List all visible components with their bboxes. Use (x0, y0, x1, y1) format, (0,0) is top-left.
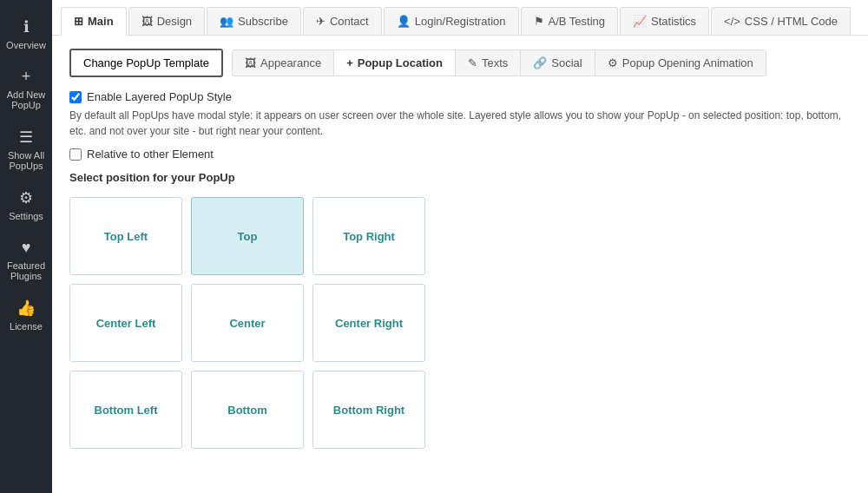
enable-layered-row: Enable Layered PopUp Style (69, 90, 851, 103)
sidebar-item-label: Overview (6, 40, 46, 50)
position-center[interactable]: Center (191, 284, 304, 362)
change-template-button[interactable]: Change PopUp Template (69, 49, 223, 77)
sub-tab-label: Texts (482, 56, 508, 69)
position-label: Center Right (335, 317, 403, 330)
code-icon: </> (724, 15, 740, 28)
main-area: ⊞ Main 🖼 Design 👥 Subscribe ✈ Contact 👤 … (52, 0, 868, 493)
tab-statistics[interactable]: 📈 Statistics (620, 7, 709, 35)
flag-icon: ⚑ (534, 15, 544, 28)
position-bottom[interactable]: Bottom (191, 371, 304, 449)
top-tabs: ⊞ Main 🖼 Design 👥 Subscribe ✈ Contact 👤 … (52, 0, 868, 36)
plus-icon: + (22, 68, 31, 86)
position-label: Bottom Right (333, 404, 404, 417)
position-label: Center (229, 317, 265, 330)
heart-icon: ♥ (22, 239, 31, 257)
tab-label: Main (88, 15, 114, 28)
relative-label: Relative to other Element (87, 148, 214, 161)
position-center-right[interactable]: Center Right (312, 284, 425, 362)
position-label: Center Left (96, 317, 156, 330)
sidebar-item-label: Show All PopUps (4, 150, 48, 171)
sub-tab-popup-opening-animation[interactable]: ⚙ Popup Opening Animation (595, 50, 766, 76)
grid-icon: ⊞ (74, 15, 83, 28)
sub-tab-popup-location[interactable]: + Popup Location (334, 50, 456, 76)
position-top-right[interactable]: Top Right (312, 197, 425, 275)
sidebar-item-settings[interactable]: ⚙ Settings (0, 180, 52, 230)
tab-login-registration[interactable]: 👤 Login/Registration (384, 7, 519, 35)
thumbsup-icon: 👍 (16, 299, 36, 318)
send-icon: ✈ (316, 15, 326, 28)
enable-layered-label: Enable Layered PopUp Style (87, 90, 232, 103)
position-label: Top (238, 230, 258, 243)
position-label: Bottom Left (95, 404, 158, 417)
tab-contact[interactable]: ✈ Contact (303, 7, 382, 35)
content-area: Change PopUp Template 🖼 Appearance + Pop… (52, 36, 868, 493)
position-bottom-left[interactable]: Bottom Left (69, 371, 182, 449)
tab-label: CSS / HTML Code (745, 15, 838, 28)
social-icon: 🔗 (533, 56, 547, 69)
relative-row: Relative to other Element (69, 148, 851, 161)
list-icon: ☰ (19, 128, 33, 147)
sub-tab-label: Social (551, 56, 582, 69)
sub-tab-texts[interactable]: ✎ Texts (456, 50, 521, 76)
tab-css-html-code[interactable]: </> CSS / HTML Code (711, 7, 851, 35)
enable-layered-area: Enable Layered PopUp Style By default al… (69, 90, 851, 139)
animation-icon: ⚙ (608, 56, 618, 69)
tab-label: Contact (330, 15, 369, 28)
info-icon: ℹ (23, 17, 30, 36)
users-icon: 👥 (220, 15, 233, 28)
select-position-title: Select position for your PopUp (69, 171, 851, 184)
image-icon: 🖼 (141, 15, 153, 28)
sidebar-item-label: Featured Plugins (4, 260, 48, 281)
sidebar: ℹ Overview + Add New PopUp ☰ Show All Po… (0, 0, 52, 493)
layered-description: By default all PopUps have modal style: … (69, 108, 851, 139)
gear-icon: ⚙ (19, 188, 33, 207)
sub-tabs: 🖼 Appearance + Popup Location ✎ Texts 🔗 … (232, 49, 766, 76)
tab-design[interactable]: 🖼 Design (128, 7, 205, 35)
sub-tab-label: Appearance (260, 56, 321, 69)
sidebar-item-featured-plugins[interactable]: ♥ Featured Plugins (0, 230, 52, 290)
sub-tab-label: Popup Location (358, 56, 443, 69)
position-label: Top Right (343, 230, 395, 243)
tab-label: Statistics (651, 15, 696, 28)
sub-tab-social[interactable]: 🔗 Social (521, 50, 595, 76)
sidebar-item-overview[interactable]: ℹ Overview (0, 9, 52, 59)
text-icon: ✎ (468, 56, 477, 69)
sub-tab-appearance[interactable]: 🖼 Appearance (233, 50, 334, 76)
position-bottom-right[interactable]: Bottom Right (312, 371, 425, 449)
user-icon: 👤 (397, 15, 411, 28)
sidebar-item-show-all-popups[interactable]: ☰ Show All PopUps (0, 119, 52, 180)
sidebar-item-label: Settings (9, 211, 43, 221)
position-top-left[interactable]: Top Left (69, 197, 182, 275)
tab-main[interactable]: ⊞ Main (61, 7, 127, 36)
location-icon: + (346, 56, 353, 69)
tab-label: Login/Registration (415, 15, 506, 28)
relative-checkbox[interactable] (69, 148, 82, 161)
chart-icon: 📈 (633, 15, 647, 28)
sidebar-item-label: Add New PopUp (4, 89, 48, 110)
sidebar-item-label: License (10, 321, 43, 332)
tab-label: Subscribe (238, 15, 288, 28)
position-grid: Top Left Top Top Right Center Left Cente… (69, 197, 851, 449)
sub-tab-label: Popup Opening Animation (622, 56, 753, 69)
tab-ab-testing[interactable]: ⚑ A/B Testing (521, 7, 619, 35)
position-center-left[interactable]: Center Left (69, 284, 182, 362)
tab-subscribe[interactable]: 👥 Subscribe (207, 7, 301, 35)
sidebar-item-add-new-popup[interactable]: + Add New PopUp (0, 59, 52, 119)
tab-label: A/B Testing (549, 15, 606, 28)
position-label: Bottom (227, 404, 267, 417)
appearance-icon: 🖼 (245, 56, 256, 69)
secondary-row: Change PopUp Template 🖼 Appearance + Pop… (69, 49, 851, 77)
position-label: Top Left (104, 230, 148, 243)
enable-layered-checkbox[interactable] (69, 91, 82, 103)
tab-label: Design (157, 15, 192, 28)
sidebar-item-license[interactable]: 👍 License (0, 290, 52, 340)
position-top[interactable]: Top (191, 197, 304, 275)
